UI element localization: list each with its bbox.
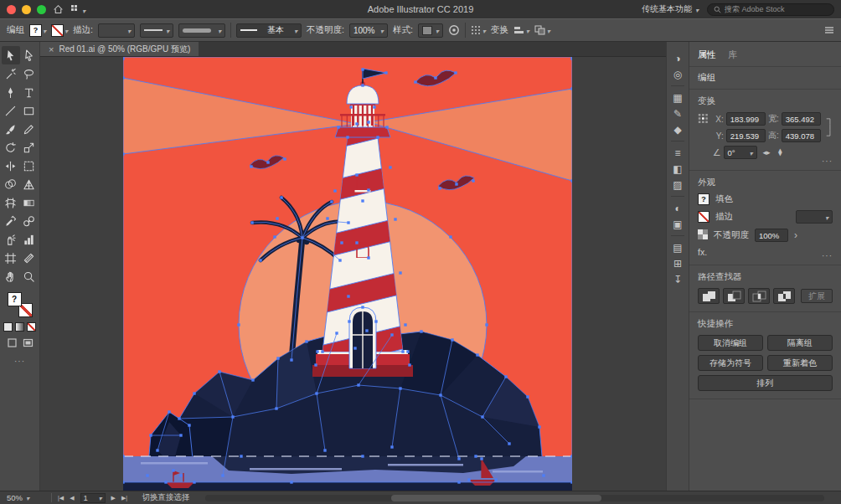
- hand-tool[interactable]: [2, 267, 20, 285]
- rotation-dropdown[interactable]: 0°: [724, 146, 757, 159]
- draw-mode-icon[interactable]: [7, 337, 18, 352]
- toolbar-more-icon[interactable]: [14, 357, 25, 366]
- stroke-swatch[interactable]: [51, 24, 64, 37]
- next-artboard-button[interactable]: [111, 495, 116, 501]
- recolor-artwork-icon[interactable]: [448, 24, 460, 36]
- brush-definition-dropdown[interactable]: [178, 23, 225, 38]
- graphic-style-dropdown[interactable]: 基本: [236, 23, 302, 38]
- app-grid-icon[interactable]: [70, 2, 85, 17]
- first-artboard-button[interactable]: [58, 495, 64, 501]
- stroke-panel-icon[interactable]: ≡: [668, 145, 687, 161]
- constrain-proportions-icon[interactable]: [825, 112, 833, 142]
- panel-stroke-weight-dropdown[interactable]: [796, 210, 833, 224]
- stroke-weight-dropdown[interactable]: [98, 23, 135, 38]
- shape-builder-tool[interactable]: [2, 175, 20, 193]
- height-field[interactable]: 439.078: [782, 129, 821, 142]
- perspective-grid-tool[interactable]: [20, 175, 39, 193]
- brushes-panel-icon[interactable]: ✎: [668, 105, 687, 121]
- opacity-dropdown[interactable]: 100%: [349, 23, 388, 38]
- paintbrush-tool[interactable]: [2, 120, 20, 138]
- transform-more-icon[interactable]: [822, 157, 833, 166]
- symbols-panel-icon[interactable]: ◆: [668, 121, 687, 137]
- home-icon[interactable]: [53, 4, 64, 15]
- artboard-number-field[interactable]: 1: [80, 493, 106, 503]
- horizontal-scrollbar[interactable]: [205, 495, 824, 501]
- slice-tool[interactable]: [20, 249, 39, 267]
- eyedropper-tool[interactable]: [2, 212, 20, 230]
- fullscreen-button[interactable]: [37, 5, 46, 14]
- fill-swatch[interactable]: ?: [29, 24, 42, 37]
- previous-artboard-button[interactable]: [70, 495, 74, 501]
- fx-button[interactable]: fx.: [698, 247, 833, 257]
- swatches-panel-icon[interactable]: ▦: [668, 90, 687, 105]
- ungroup-button[interactable]: 取消编组: [698, 335, 763, 351]
- lasso-tool[interactable]: [20, 64, 39, 83]
- appearance-more-icon[interactable]: [822, 251, 833, 260]
- tab-properties[interactable]: 属性: [698, 49, 716, 61]
- none-button[interactable]: [27, 322, 36, 332]
- type-tool[interactable]: [20, 83, 39, 101]
- flip-vertical-button[interactable]: [776, 148, 784, 156]
- rotate-tool[interactable]: [2, 138, 20, 157]
- layers-panel-icon[interactable]: ▤: [668, 239, 687, 255]
- graphic-styles-panel-icon[interactable]: ▣: [668, 216, 687, 232]
- direct-selection-tool[interactable]: [20, 46, 39, 64]
- artwork[interactable]: [40, 57, 666, 491]
- reference-point-selector[interactable]: [698, 112, 709, 125]
- pen-tool[interactable]: [2, 83, 20, 101]
- close-button[interactable]: [7, 5, 16, 14]
- save-as-symbol-button[interactable]: 存储为符号: [698, 355, 763, 371]
- artboard-tool[interactable]: [2, 249, 20, 267]
- pathfinder-minus-front-button[interactable]: [723, 288, 745, 304]
- symbol-sprayer-tool[interactable]: [2, 230, 20, 249]
- arrange-options-icon[interactable]: [534, 25, 550, 35]
- x-position-field[interactable]: 183.999: [726, 112, 766, 126]
- stroke-color-control[interactable]: [51, 24, 68, 37]
- screen-mode-icon[interactable]: [23, 337, 34, 352]
- magic-wand-tool[interactable]: [2, 64, 20, 83]
- fill-color-well[interactable]: ?: [8, 292, 22, 306]
- workspace-switcher[interactable]: 传统基本功能: [642, 3, 699, 15]
- column-graph-tool[interactable]: [20, 230, 39, 249]
- gradient-button[interactable]: [15, 322, 24, 332]
- pathfinder-exclude-button[interactable]: [773, 288, 795, 304]
- width-profile-dropdown[interactable]: [140, 23, 173, 38]
- grid-snap-icon[interactable]: [471, 25, 486, 35]
- panel-fill-swatch[interactable]: ?: [698, 193, 709, 205]
- canvas[interactable]: [40, 57, 666, 491]
- asset-export-panel-icon[interactable]: ↧: [668, 271, 687, 287]
- style-dropdown[interactable]: [418, 23, 443, 38]
- color-button[interactable]: [3, 322, 13, 332]
- transparency-panel-icon[interactable]: ▨: [668, 177, 687, 193]
- rectangle-tool[interactable]: [20, 101, 39, 120]
- color-guide-panel-icon[interactable]: ◎: [668, 66, 687, 82]
- tab-libraries[interactable]: 库: [728, 49, 737, 61]
- line-segment-tool[interactable]: [2, 101, 20, 120]
- mesh-tool[interactable]: [2, 193, 20, 212]
- color-panel-icon[interactable]: ◑: [668, 50, 687, 66]
- selection-tool[interactable]: [2, 46, 20, 64]
- fill-color-control[interactable]: ?: [29, 24, 46, 37]
- gradient-panel-icon[interactable]: ◧: [668, 161, 687, 177]
- panel-menu-icon[interactable]: [824, 26, 834, 34]
- minimize-button[interactable]: [22, 5, 31, 14]
- scrollbar-thumb[interactable]: [391, 495, 601, 501]
- pencil-tool[interactable]: [20, 120, 39, 138]
- pathfinder-unite-button[interactable]: [698, 288, 720, 304]
- width-field[interactable]: 365.492: [782, 112, 821, 126]
- transform-link[interactable]: 变换: [491, 24, 508, 36]
- panel-stroke-swatch[interactable]: [698, 211, 709, 223]
- opacity-chevron-icon[interactable]: [794, 229, 797, 241]
- last-artboard-button[interactable]: [121, 495, 127, 501]
- flip-horizontal-button[interactable]: [763, 148, 771, 157]
- gradient-tool[interactable]: [20, 193, 39, 212]
- expand-button[interactable]: 扩展: [801, 289, 833, 303]
- align-options-icon[interactable]: [513, 25, 529, 35]
- panel-opacity-field[interactable]: 100%: [755, 229, 788, 242]
- document-tab[interactable]: Red 01.ai @ 50% (RGB/GPU 预览): [40, 42, 199, 56]
- width-tool[interactable]: [2, 157, 20, 175]
- arrange-button[interactable]: 排列: [698, 375, 833, 391]
- appearance-panel-icon[interactable]: ◐: [668, 200, 687, 216]
- zoom-level-dropdown[interactable]: 50%: [7, 493, 45, 502]
- free-transform-tool[interactable]: [20, 157, 39, 175]
